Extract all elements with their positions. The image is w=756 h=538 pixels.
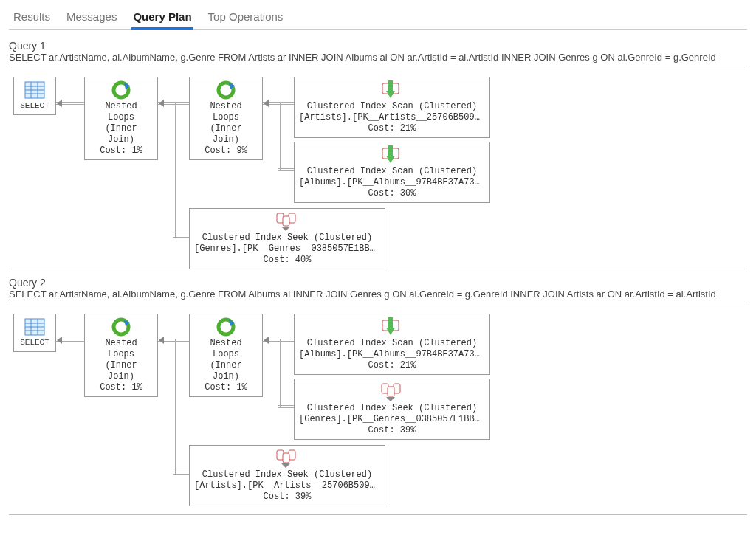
query-1-plan[interactable]: SELECT Nested Loops (Inner Join) Cost: 1… [9,66,747,266]
scan-icon [299,317,485,337]
cost: Cost: 1% [89,145,153,156]
query-1-title: Query 1 [9,35,747,52]
index-scan-albums[interactable]: Clustered Index Scan (Clustered) [Albums… [294,314,490,375]
line1: Nested Loops [89,101,153,123]
index-seek-genres[interactable]: Clustered Index Seek (Clustered) [Genres… [189,208,385,269]
cost: Cost: 1% [194,382,258,393]
table-icon [18,80,51,100]
svg-rect-30 [283,453,289,463]
query-2-title: Query 2 [9,272,747,289]
tab-top-operations[interactable]: Top Operations [207,6,285,29]
query-1-sql: SELECT ar.ArtistName, al.AlbumName, g.Ge… [9,52,747,66]
loop-icon [194,80,258,100]
line2: [Albums].[PK__Albums__97B4BE37A7325… [299,349,485,360]
scan-icon [299,145,485,165]
nested-loops-2[interactable]: Nested Loops (Inner Join) Cost: 1% [189,314,263,397]
query-2-sql: SELECT ar.ArtistName, al.AlbumName, g.Ge… [9,289,747,303]
line1: Clustered Index Scan (Clustered) [299,166,485,177]
cost: Cost: 21% [299,123,485,134]
query-2-section: Query 2 SELECT ar.ArtistName, al.AlbumNa… [9,272,747,514]
line2: (Inner Join) [89,360,153,382]
svg-rect-14 [283,216,289,226]
scan-icon [299,80,485,100]
svg-rect-27 [388,387,394,396]
divider [9,514,747,515]
cost: Cost: 39% [299,425,485,436]
line2: (Inner Join) [194,123,258,145]
tab-results[interactable]: Results [12,6,52,29]
line1: Nested Loops [89,338,153,360]
tab-messages[interactable]: Messages [65,6,118,29]
line1: Clustered Index Scan (Clustered) [299,338,485,349]
seek-icon [194,212,380,231]
line1: Clustered Index Seek (Clustered) [194,232,380,244]
query-1-section: Query 1 SELECT ar.ArtistName, al.AlbumNa… [9,35,747,266]
line2: [Artists].[PK__Artists__25706B5098E… [194,480,380,492]
line2: [Albums].[PK__Albums__97B4BE37A7325… [299,177,485,188]
line2: [Genres].[PK__Genres__0385057E1BB6E… [299,414,485,425]
line2: (Inner Join) [194,360,258,382]
line1: Nested Loops [194,101,258,123]
seek-icon [299,382,485,401]
nested-loops-2[interactable]: Nested Loops (Inner Join) Cost: 9% [189,77,263,160]
select-node[interactable]: SELECT [13,77,56,115]
line2: [Genres].[PK__Genres__0385057E1BB6E… [194,244,380,255]
nested-loops-1[interactable]: Nested Loops (Inner Join) Cost: 1% [84,314,158,397]
line1: Nested Loops [194,338,258,360]
tabs-bar: Results Messages Query Plan Top Operatio… [9,6,747,30]
cost: Cost: 39% [194,492,380,503]
tab-query-plan[interactable]: Query Plan [131,6,193,29]
line1: Clustered Index Scan (Clustered) [299,101,485,112]
select-node[interactable]: SELECT [13,314,56,352]
index-seek-genres[interactable]: Clustered Index Seek (Clustered) [Genres… [294,379,490,440]
loop-icon [194,317,258,337]
loop-icon [89,80,153,100]
loop-icon [89,317,153,337]
index-seek-artists[interactable]: Clustered Index Seek (Clustered) [Artist… [189,445,385,506]
index-scan-artists[interactable]: Clustered Index Scan (Clustered) [Artist… [294,77,490,138]
line1: Clustered Index Seek (Clustered) [299,403,485,414]
cost: Cost: 30% [299,188,485,199]
select-label: SELECT [18,338,51,348]
index-scan-albums[interactable]: Clustered Index Scan (Clustered) [Albums… [294,142,490,203]
seek-icon [194,449,380,468]
select-label: SELECT [18,101,51,111]
query-2-plan[interactable]: SELECT Nested Loops (Inner Join) Cost: 1… [9,303,747,514]
line2: (Inner Join) [89,123,153,145]
cost: Cost: 40% [194,255,380,266]
cost: Cost: 1% [89,382,153,393]
nested-loops-1[interactable]: Nested Loops (Inner Join) Cost: 1% [84,77,158,160]
table-icon [18,317,51,337]
line2: [Artists].[PK__Artists__25706B5098E… [299,112,485,123]
line1: Clustered Index Seek (Clustered) [194,469,380,480]
cost: Cost: 21% [299,360,485,371]
cost: Cost: 9% [194,145,258,156]
